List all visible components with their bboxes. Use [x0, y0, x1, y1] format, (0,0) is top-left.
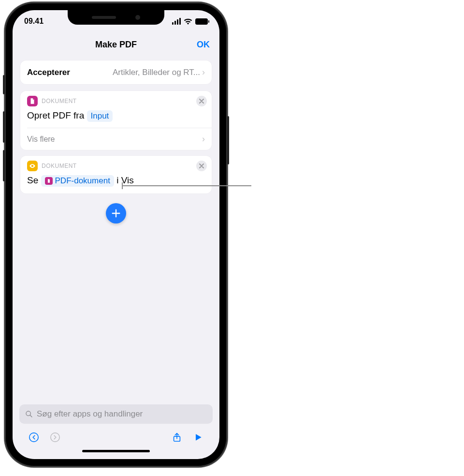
mute-switch: [3, 75, 5, 94]
svg-point-0: [32, 165, 33, 166]
nav-bar: Make PDF OK: [13, 32, 219, 57]
show-more-button[interactable]: Vis flere ›: [20, 128, 212, 150]
svg-point-2: [29, 433, 38, 442]
chevron-right-icon: ›: [202, 67, 205, 77]
action-body[interactable]: Opret PDF fra Input: [20, 109, 212, 128]
redo-button: [44, 430, 66, 445]
accepts-row[interactable]: Accepterer Artikler, Billeder og RT... ›: [20, 60, 212, 84]
toolbar: [19, 424, 213, 447]
remove-action-button[interactable]: [196, 161, 207, 171]
pdf-document-token[interactable]: PDF-dokument: [41, 175, 114, 187]
action-body[interactable]: Se PDF-dokument i Vis: [20, 174, 212, 193]
run-button[interactable]: [188, 430, 209, 445]
ok-button[interactable]: OK: [197, 40, 210, 50]
action-category: DOKUMENT: [42, 163, 77, 169]
home-indicator[interactable]: [82, 450, 150, 452]
remove-action-button[interactable]: [196, 96, 207, 106]
content-area: Accepterer Artikler, Billeder og RT... ›: [13, 57, 219, 404]
document-icon: [27, 96, 38, 106]
action-create-pdf: DOKUMENT Opret PDF fra Input Vis flere ›: [20, 91, 212, 150]
wifi-icon: [184, 18, 192, 25]
screen: 09.41 Make PDF OK Accepterer Artikler, B…: [13, 10, 219, 459]
cellular-icon: [172, 18, 181, 25]
search-input[interactable]: Søg efter apps og handlinger: [19, 404, 213, 424]
volume-up-button: [3, 111, 5, 143]
svg-point-3: [51, 433, 59, 442]
notch: [68, 10, 164, 25]
accepts-label: Accepterer: [27, 68, 70, 77]
share-button[interactable]: [166, 430, 188, 445]
status-right: [172, 18, 208, 25]
battery-icon: [195, 18, 208, 25]
chevron-right-icon: ›: [202, 134, 205, 144]
action-view-pdf: DOKUMENT Se PDF-dokument i Vis: [20, 156, 212, 193]
callout-line: [122, 185, 251, 186]
search-placeholder: Søg efter apps og handlinger: [37, 409, 143, 419]
power-button: [227, 116, 229, 164]
bottom-area: Søg efter apps og handlinger: [13, 404, 219, 459]
search-icon: [25, 410, 33, 418]
accepts-value: Artikler, Billeder og RT... ›: [113, 67, 205, 77]
undo-button[interactable]: [23, 430, 44, 445]
action-category: DOKUMENT: [42, 98, 77, 104]
phone-frame: 09.41 Make PDF OK Accepterer Artikler, B…: [5, 2, 227, 467]
input-token[interactable]: Input: [87, 110, 113, 122]
eye-icon: [27, 161, 38, 171]
status-time: 09.41: [24, 17, 44, 26]
add-action-button[interactable]: [106, 203, 126, 223]
volume-down-button: [3, 150, 5, 181]
page-title: Make PDF: [95, 40, 137, 50]
document-icon: [45, 177, 53, 185]
